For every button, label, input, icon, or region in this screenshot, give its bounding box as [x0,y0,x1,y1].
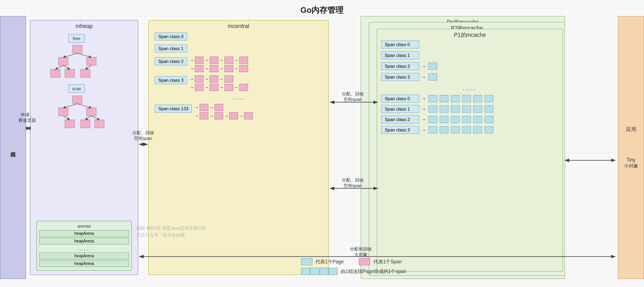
span-node [244,112,253,119]
span-node [195,75,204,83]
legend-spanrow-p1 [301,268,310,275]
span-node [200,112,208,119]
span-node [210,65,218,72]
legend-spanrow-p3 [319,268,328,275]
legend-page-icon [301,258,312,265]
page-title: Go内存管理 [301,5,344,16]
p1-span1-top: Span class 1 [381,51,419,59]
svg-text:free: free [73,36,81,41]
legend-span-label: 代表1个Span [373,259,402,265]
svg-rect-6 [65,69,75,77]
svg-text:scav: scav [72,86,81,91]
page-node [440,116,448,123]
p1-span2-top: Span class 2 [381,62,419,70]
p1-span0-bot: Span class 0 [381,95,419,103]
svg-rect-18 [65,120,75,128]
page-node [428,73,437,81]
svg-line-24 [85,116,91,120]
watermark-line2: 关注公众号：技术自由圈 [136,232,206,239]
watermark: 领取 4000页 尼恩Java面试宝典PDF 关注公众号：技术自由圈 [136,225,206,239]
page-node [462,95,471,102]
svg-line-21 [63,104,77,108]
svg-line-25 [91,116,99,120]
svg-rect-3 [59,57,68,65]
svg-line-12 [85,65,91,69]
page-node [473,95,482,102]
svg-rect-19 [81,120,90,128]
legend-spanrow-p4 [329,268,337,275]
page-node [473,116,482,123]
mheap-tree-svg: free scav [34,32,135,145]
heap-arena-3: heapArena [39,253,129,259]
svg-line-11 [63,65,70,69]
main-container: Go内存管理 虚拟内存 应用 Tiny小对象 mheap free [0,0,644,287]
page-node [462,126,471,133]
svg-rect-5 [50,69,60,77]
span-node [239,84,248,91]
page-node [485,95,493,102]
span-node [224,57,233,64]
application-label: 应用 [626,126,636,133]
svg-line-23 [63,116,70,120]
span-node [195,65,204,72]
legend-page-label: 代表1个Page [315,259,344,265]
legend-span-row-icons [301,268,337,275]
page-node [428,116,437,123]
span-node [224,65,233,72]
mcentral-title: mcentral [149,20,328,31]
mcentral-span3: Span class 3 [155,76,187,84]
page-node [451,105,460,113]
span-node [214,104,223,111]
page-node [485,126,493,133]
mcentral-span0: Span class 0 [155,32,187,40]
page-node [440,95,448,102]
arenas-box: arenas heapArena heapArena ...... heapAr… [36,221,132,271]
span-node [224,75,233,83]
svg-text:空闲span: 空闲span [343,97,362,102]
page-node [428,95,437,102]
p1-span0-top: Span class 0 [381,40,419,49]
page-node [473,126,482,133]
arenas-dots: ...... [39,245,129,252]
page-node [462,105,471,113]
p1-span2-bot: Span class 2 [381,115,419,123]
mcentral-span1: Span class 1 [155,44,187,53]
legend-page-row: 代表1个Page 代表1个Span [301,258,406,265]
span-node [214,112,223,119]
svg-rect-7 [81,69,90,77]
mcentral-dots: ...... [155,94,324,101]
p1-dots: ...... [381,85,559,91]
svg-rect-17 [87,108,96,116]
mcentral-span133: Span class 133 [155,105,192,113]
page-node [485,105,493,113]
span-node [210,84,218,91]
svg-rect-4 [87,57,96,65]
svg-rect-20 [95,120,104,128]
mheap-panel: mheap free [30,20,138,275]
svg-line-22 [77,104,91,108]
heap-arena-4: heapArena [39,260,129,267]
mheap-title: mheap [30,20,138,31]
tiny-label: Tiny小对象 [624,157,638,170]
p1-span1-bot: Span class 1 [381,105,419,113]
span-node [224,84,233,91]
span-node [239,65,248,72]
p1-span3-bot: Span class 3 [381,126,419,134]
page-node [440,126,448,133]
legend: 代表1个Page 代表1个Span 由1组连续Page组成的1个span [301,258,406,275]
page-node [451,116,460,123]
span-node [210,75,218,83]
span-node [200,104,208,111]
svg-rect-16 [59,108,68,116]
span-node [229,112,238,119]
virtual-memory-panel: 虚拟内存 [0,16,26,279]
legend-spanrow-row: 由1组连续Page组成的1个span [301,268,406,275]
heap-arena-2: heapArena [39,238,129,245]
heap-arena-1: heapArena [39,230,129,237]
svg-line-10 [55,65,63,69]
span-node [239,57,248,64]
legend-spanrow-label: 由1组连续Page组成的1个span [341,268,406,275]
page-node [440,105,448,113]
arenas-title: arenas [39,224,129,228]
span-node [210,57,218,64]
